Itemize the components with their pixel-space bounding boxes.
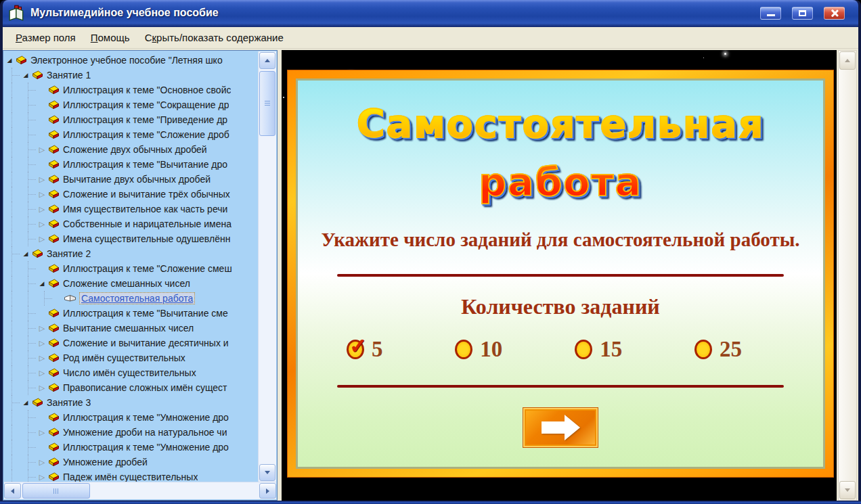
book-closed-icon: [47, 219, 60, 229]
menu-item-toggle-contents[interactable]: Скрыть/показать содержание: [137, 28, 291, 47]
tree-item-label: Сложение и вычитание трёх обычных: [63, 189, 230, 200]
book-closed-icon: [47, 352, 60, 363]
tree-item[interactable]: Иллюстрация к теме "Приведение др: [4, 112, 258, 127]
tree-item[interactable]: ◢Сложение смешанных чисел: [4, 276, 258, 291]
tree-item[interactable]: Иллюстрация к теме "Сложение смеш: [4, 261, 258, 276]
task-card: Самостоятельная работа Укажите число зад…: [288, 70, 833, 477]
tree-expander-icon[interactable]: ▷: [37, 172, 47, 187]
tree-expander-icon[interactable]: ▷: [37, 455, 47, 469]
tree-item[interactable]: ◢Занятие 1: [4, 68, 258, 83]
tree-expander-icon[interactable]: ▷: [37, 425, 47, 440]
tree-guide-line: [4, 68, 20, 83]
tree-expander-icon[interactable]: ▷: [37, 336, 47, 350]
tree-item[interactable]: Иллюстрация к теме "Умножение дро: [4, 410, 258, 425]
tree-item-label: Собственные и нарицательные имена: [63, 219, 231, 229]
tree-item[interactable]: ◢Электронное учебное пособие "Летняя шко: [4, 53, 258, 68]
tree-guide-line: [4, 291, 20, 306]
tree-expander-icon[interactable]: ▷: [37, 365, 47, 380]
scroll-up-button[interactable]: [839, 51, 856, 70]
tree-guide-line: [20, 112, 37, 127]
radio-icon[interactable]: [575, 340, 592, 359]
tree-item[interactable]: ▷Умножение дроби на натуральное чи: [4, 425, 258, 440]
tree-horizontal-scrollbar[interactable]: [4, 482, 276, 499]
star-dot: [724, 53, 726, 55]
menu-item-field-size[interactable]: Размер поля: [8, 28, 83, 47]
tree-item[interactable]: ▷Род имён существительных: [4, 350, 258, 365]
option-25-radio[interactable]: 25: [694, 337, 742, 362]
option-15-radio[interactable]: 15: [575, 337, 622, 362]
tree-item[interactable]: ▷Число имён существительных: [4, 365, 258, 380]
tree-item[interactable]: Иллюстрация к теме "Умножение дро: [4, 440, 258, 455]
tree-item[interactable]: ▷Собственные и нарицательные имена: [4, 216, 258, 231]
tree-item[interactable]: ▷Сложение двух обычных дробей: [4, 142, 258, 157]
options-group-label: Количество заданий: [461, 294, 660, 319]
tree-item[interactable]: ▷Падеж имён существительных: [4, 469, 258, 482]
scroll-left-button[interactable]: [4, 483, 21, 499]
tree-item[interactable]: ▷Сложение и вычитание трёх обычных: [4, 187, 258, 202]
tree-expander-icon[interactable]: ▷: [37, 202, 47, 216]
content-vertical-scrollbar[interactable]: [838, 50, 857, 501]
menu-item-help[interactable]: Помощь: [83, 28, 137, 47]
tree-expander-icon[interactable]: ▷: [37, 469, 47, 482]
radio-icon[interactable]: ✓: [347, 340, 364, 359]
scroll-right-button[interactable]: [259, 483, 276, 499]
tree-vertical-scrollbar[interactable]: [258, 51, 276, 482]
tree-expander-icon[interactable]: ◢: [20, 68, 31, 83]
tree-expander-icon[interactable]: ▷: [37, 231, 47, 246]
tree-item[interactable]: ▷Правописание сложных имён сущест: [4, 380, 258, 395]
tree-guide-line: [4, 187, 20, 202]
book-closed-icon: [47, 427, 60, 438]
tree-item[interactable]: Иллюстрация к теме "Сокращение др: [4, 97, 258, 112]
close-button[interactable]: [824, 7, 845, 20]
tree-guide-line: [4, 246, 20, 261]
next-button[interactable]: [523, 408, 598, 447]
tree-expander-icon[interactable]: ▷: [37, 321, 47, 336]
tree-item[interactable]: Иллюстрация к теме "Вычитание сме: [4, 306, 258, 321]
tree-item-label: Иллюстрация к теме "Вычитание дро: [63, 159, 227, 170]
tree-expander-icon[interactable]: ◢: [37, 276, 47, 291]
tree-guide-line: [20, 142, 37, 157]
scroll-down-button[interactable]: [259, 464, 275, 481]
tree-expander-icon[interactable]: ▷: [37, 216, 47, 231]
tree-expander-icon[interactable]: ▷: [37, 142, 47, 157]
tree-item[interactable]: Иллюстрация к теме "Сложение дроб: [4, 127, 258, 142]
star-dot: [283, 97, 284, 98]
tree-item[interactable]: ▷Сложение и вычитание десятичных и: [4, 336, 258, 350]
tree-guide-line: [20, 306, 37, 321]
radio-icon[interactable]: [455, 340, 472, 359]
book-closed-icon: [47, 263, 60, 274]
horizontal-scroll-thumb[interactable]: [22, 483, 90, 499]
tree-item-label: Имя существительное как часть речи: [63, 204, 227, 214]
tree-item[interactable]: Иллюстрация к теме "Вычитание дро: [4, 157, 258, 172]
minimize-button[interactable]: [760, 7, 781, 20]
radio-icon[interactable]: [694, 340, 712, 359]
tree-item-label: Иллюстрация к теме "Приведение др: [63, 114, 227, 125]
tree-guide-line: [4, 380, 20, 395]
main-area: ◢Электронное учебное пособие "Летняя шко…: [3, 49, 858, 501]
tree-expander-icon[interactable]: ▷: [37, 380, 47, 395]
book-closed-icon: [47, 338, 60, 348]
tree-item[interactable]: ▷Вычитание смешанных чисел: [4, 321, 258, 336]
tree-expander-icon[interactable]: ◢: [4, 53, 15, 68]
tree-item[interactable]: ▷Имена существительные одушевлённ: [4, 231, 258, 246]
tree-expander-icon[interactable]: ◢: [20, 246, 31, 261]
tree-item[interactable]: Иллюстрация к теме "Основное свойс: [4, 83, 258, 97]
vertical-scroll-thumb[interactable]: [259, 71, 275, 136]
tree-item[interactable]: ▷Вычитание двух обычных дробей: [4, 172, 258, 187]
option-10-radio[interactable]: 10: [455, 337, 502, 362]
maximize-button[interactable]: [792, 7, 813, 20]
tree-guide-line: [4, 172, 20, 187]
scroll-down-button[interactable]: [839, 481, 856, 499]
tree-guide-line: [4, 455, 20, 469]
scroll-up-button[interactable]: [259, 52, 275, 69]
tree-item-selected[interactable]: Самостоятельная работа: [4, 291, 258, 306]
tree-expander-icon[interactable]: ▷: [37, 350, 47, 365]
tree-item[interactable]: ◢Занятие 3: [4, 395, 258, 410]
tree-item[interactable]: ▷Имя существительное как часть речи: [4, 202, 258, 216]
tree-item[interactable]: ▷Умножение дробей: [4, 455, 258, 469]
tree-guide-line: [37, 291, 53, 306]
option-5-radio[interactable]: ✓5: [347, 337, 383, 362]
tree-item[interactable]: ◢Занятие 2: [4, 246, 258, 261]
tree-expander-icon[interactable]: ▷: [37, 187, 47, 202]
tree-expander-icon[interactable]: ◢: [20, 395, 31, 410]
